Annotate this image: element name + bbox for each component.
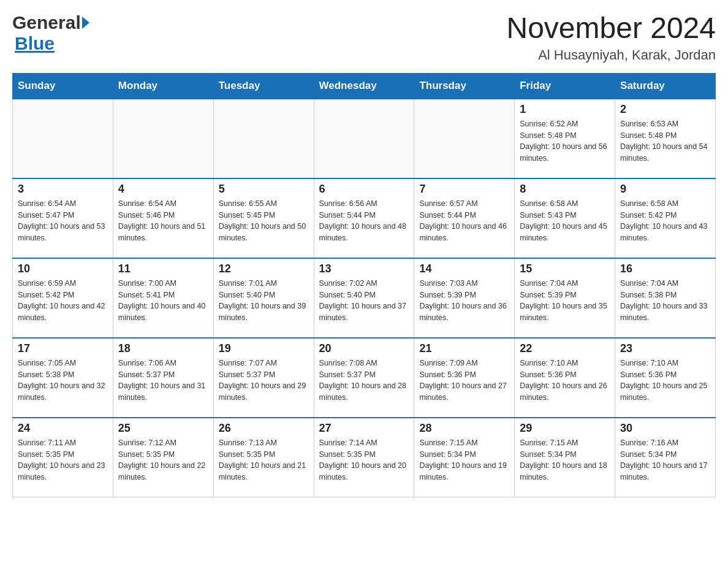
calendar-week-row: 17Sunrise: 7:05 AMSunset: 5:38 PMDayligh… [13, 338, 716, 418]
day-number: 23 [620, 342, 710, 355]
day-info: Sunrise: 6:54 AMSunset: 5:46 PMDaylight:… [118, 198, 208, 244]
calendar-cell: 11Sunrise: 7:00 AMSunset: 5:41 PMDayligh… [113, 258, 213, 338]
day-number: 22 [520, 342, 610, 355]
calendar-cell: 25Sunrise: 7:12 AMSunset: 5:35 PMDayligh… [113, 418, 213, 497]
calendar-cell: 29Sunrise: 7:15 AMSunset: 5:34 PMDayligh… [515, 418, 615, 497]
day-number: 7 [419, 183, 509, 196]
day-number: 13 [319, 262, 409, 275]
day-number: 10 [18, 262, 108, 275]
calendar-cell: 6Sunrise: 6:56 AMSunset: 5:44 PMDaylight… [314, 178, 414, 258]
logo-arrow-icon [82, 17, 89, 29]
calendar-cell: 26Sunrise: 7:13 AMSunset: 5:35 PMDayligh… [213, 418, 314, 497]
day-number: 14 [419, 262, 509, 275]
day-info: Sunrise: 6:58 AMSunset: 5:43 PMDaylight:… [520, 198, 610, 244]
day-info: Sunrise: 6:52 AMSunset: 5:48 PMDaylight:… [520, 118, 610, 164]
day-number: 2 [620, 103, 710, 116]
calendar-cell [13, 99, 113, 178]
day-number: 19 [219, 342, 309, 355]
day-info: Sunrise: 7:15 AMSunset: 5:34 PMDaylight:… [520, 437, 610, 483]
day-of-week-header: Wednesday [314, 73, 414, 99]
calendar-week-row: 10Sunrise: 6:59 AMSunset: 5:42 PMDayligh… [13, 258, 716, 338]
calendar-cell: 23Sunrise: 7:10 AMSunset: 5:36 PMDayligh… [615, 338, 716, 418]
day-info: Sunrise: 6:56 AMSunset: 5:44 PMDaylight:… [319, 198, 409, 244]
calendar-cell: 3Sunrise: 6:54 AMSunset: 5:47 PMDaylight… [13, 178, 113, 258]
calendar-cell: 8Sunrise: 6:58 AMSunset: 5:43 PMDaylight… [515, 178, 615, 258]
page-header: General Blue November 2024 Al Husayniyah… [12, 12, 716, 63]
calendar-cell: 9Sunrise: 6:58 AMSunset: 5:42 PMDaylight… [615, 178, 716, 258]
day-info: Sunrise: 7:09 AMSunset: 5:36 PMDaylight:… [419, 358, 509, 404]
calendar-header-row: SundayMondayTuesdayWednesdayThursdayFrid… [13, 73, 716, 99]
calendar-cell: 7Sunrise: 6:57 AMSunset: 5:44 PMDaylight… [414, 178, 515, 258]
day-of-week-header: Tuesday [213, 73, 314, 99]
day-info: Sunrise: 7:01 AMSunset: 5:40 PMDaylight:… [219, 278, 309, 324]
day-number: 30 [620, 422, 710, 435]
day-of-week-header: Saturday [615, 73, 716, 99]
day-info: Sunrise: 7:03 AMSunset: 5:39 PMDaylight:… [419, 278, 509, 324]
calendar-cell: 12Sunrise: 7:01 AMSunset: 5:40 PMDayligh… [213, 258, 314, 338]
calendar-cell [414, 99, 515, 178]
calendar-cell: 1Sunrise: 6:52 AMSunset: 5:48 PMDaylight… [515, 99, 615, 178]
day-info: Sunrise: 7:13 AMSunset: 5:35 PMDaylight:… [219, 437, 309, 483]
calendar-cell: 14Sunrise: 7:03 AMSunset: 5:39 PMDayligh… [414, 258, 515, 338]
calendar-cell: 30Sunrise: 7:16 AMSunset: 5:34 PMDayligh… [615, 418, 716, 497]
day-number: 28 [419, 422, 509, 435]
day-info: Sunrise: 7:10 AMSunset: 5:36 PMDaylight:… [520, 358, 610, 404]
calendar-cell: 13Sunrise: 7:02 AMSunset: 5:40 PMDayligh… [314, 258, 414, 338]
day-number: 27 [319, 422, 409, 435]
calendar-cell [213, 99, 314, 178]
calendar-cell: 16Sunrise: 7:04 AMSunset: 5:38 PMDayligh… [615, 258, 716, 338]
day-info: Sunrise: 7:04 AMSunset: 5:39 PMDaylight:… [520, 278, 610, 324]
day-number: 16 [620, 262, 710, 275]
day-info: Sunrise: 7:12 AMSunset: 5:35 PMDaylight:… [118, 437, 208, 483]
day-info: Sunrise: 7:04 AMSunset: 5:38 PMDaylight:… [620, 278, 710, 324]
calendar-cell [314, 99, 414, 178]
calendar-cell: 19Sunrise: 7:07 AMSunset: 5:37 PMDayligh… [213, 338, 314, 418]
day-number: 3 [18, 183, 108, 196]
calendar-cell: 28Sunrise: 7:15 AMSunset: 5:34 PMDayligh… [414, 418, 515, 497]
day-info: Sunrise: 6:53 AMSunset: 5:48 PMDaylight:… [620, 118, 710, 164]
day-of-week-header: Thursday [414, 73, 515, 99]
day-info: Sunrise: 6:59 AMSunset: 5:42 PMDaylight:… [18, 278, 108, 324]
day-info: Sunrise: 7:14 AMSunset: 5:35 PMDaylight:… [319, 437, 409, 483]
day-number: 18 [118, 342, 208, 355]
day-of-week-header: Friday [515, 73, 615, 99]
title-section: November 2024 Al Husayniyah, Karak, Jord… [506, 12, 716, 63]
day-number: 4 [118, 183, 208, 196]
day-info: Sunrise: 7:05 AMSunset: 5:38 PMDaylight:… [18, 358, 108, 404]
location-text: Al Husayniyah, Karak, Jordan [506, 47, 716, 63]
day-info: Sunrise: 6:58 AMSunset: 5:42 PMDaylight:… [620, 198, 710, 244]
day-number: 20 [319, 342, 409, 355]
day-info: Sunrise: 7:15 AMSunset: 5:34 PMDaylight:… [419, 437, 509, 483]
day-number: 25 [118, 422, 208, 435]
day-number: 26 [219, 422, 309, 435]
calendar-week-row: 1Sunrise: 6:52 AMSunset: 5:48 PMDaylight… [13, 99, 716, 178]
calendar-cell: 10Sunrise: 6:59 AMSunset: 5:42 PMDayligh… [13, 258, 113, 338]
day-info: Sunrise: 6:57 AMSunset: 5:44 PMDaylight:… [419, 198, 509, 244]
calendar-cell: 20Sunrise: 7:08 AMSunset: 5:37 PMDayligh… [314, 338, 414, 418]
logo-general-text: General [12, 12, 81, 33]
day-of-week-header: Monday [113, 73, 213, 99]
day-number: 9 [620, 183, 710, 196]
calendar-cell: 24Sunrise: 7:11 AMSunset: 5:35 PMDayligh… [13, 418, 113, 497]
logo: General Blue [12, 12, 89, 54]
calendar-week-row: 3Sunrise: 6:54 AMSunset: 5:47 PMDaylight… [13, 178, 716, 258]
day-number: 17 [18, 342, 108, 355]
day-info: Sunrise: 7:00 AMSunset: 5:41 PMDaylight:… [118, 278, 208, 324]
day-number: 6 [319, 183, 409, 196]
day-info: Sunrise: 7:08 AMSunset: 5:37 PMDaylight:… [319, 358, 409, 404]
calendar-cell [113, 99, 213, 178]
calendar-cell: 5Sunrise: 6:55 AMSunset: 5:45 PMDaylight… [213, 178, 314, 258]
day-info: Sunrise: 6:54 AMSunset: 5:47 PMDaylight:… [18, 198, 108, 244]
calendar-cell: 15Sunrise: 7:04 AMSunset: 5:39 PMDayligh… [515, 258, 615, 338]
day-info: Sunrise: 6:55 AMSunset: 5:45 PMDaylight:… [219, 198, 309, 244]
month-year-title: November 2024 [506, 12, 716, 45]
calendar-cell: 27Sunrise: 7:14 AMSunset: 5:35 PMDayligh… [314, 418, 414, 497]
day-number: 5 [219, 183, 309, 196]
day-of-week-header: Sunday [13, 73, 113, 99]
day-number: 1 [520, 103, 610, 116]
calendar-table: SundayMondayTuesdayWednesdayThursdayFrid… [12, 73, 716, 498]
calendar-cell: 18Sunrise: 7:06 AMSunset: 5:37 PMDayligh… [113, 338, 213, 418]
day-number: 11 [118, 262, 208, 275]
day-number: 21 [419, 342, 509, 355]
calendar-cell: 2Sunrise: 6:53 AMSunset: 5:48 PMDaylight… [615, 99, 716, 178]
